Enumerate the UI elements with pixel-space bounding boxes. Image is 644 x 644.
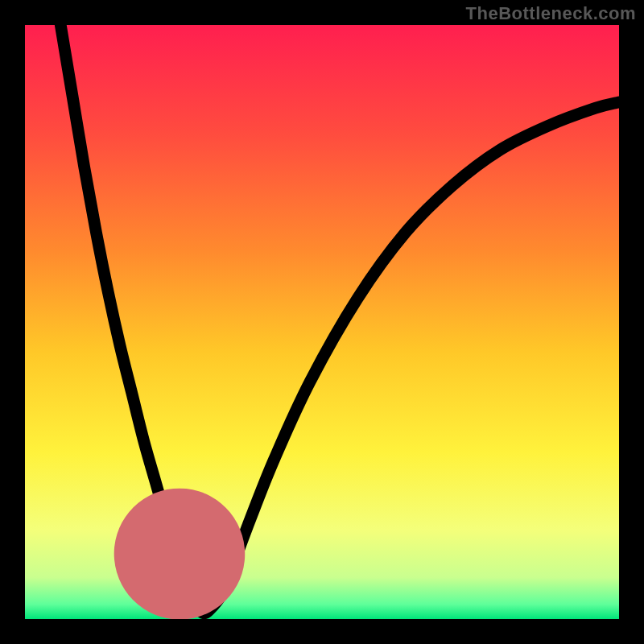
watermark-label: TheBottleneck.com <box>466 3 636 24</box>
plot-overlay <box>25 25 619 619</box>
optimal-zone-marker <box>180 554 230 607</box>
plot-area <box>25 25 619 619</box>
chart-frame: TheBottleneck.com <box>0 0 644 644</box>
